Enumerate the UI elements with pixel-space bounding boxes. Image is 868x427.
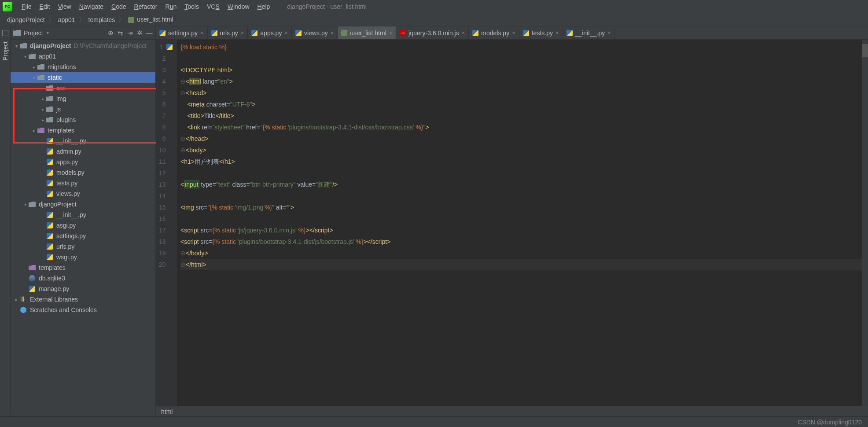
expand-icon[interactable]: ⇆ xyxy=(117,29,124,37)
tree-migrations[interactable]: ▸migrations xyxy=(11,62,155,72)
menu-vcs[interactable]: VCS xyxy=(203,1,224,12)
editor-tab[interactable]: __init__.py× xyxy=(563,26,615,39)
tree-templates-inner[interactable]: ▸templates xyxy=(11,125,155,136)
breadcrumb-separator: 〉 xyxy=(48,16,55,24)
menu-tools[interactable]: Tools xyxy=(180,1,203,12)
close-icon[interactable]: × xyxy=(607,29,611,36)
menu-run[interactable]: Run xyxy=(162,1,181,12)
tree-file[interactable]: ▸apps.py xyxy=(11,157,155,167)
window-title: djangoProject - user_list.html xyxy=(287,3,367,10)
close-icon[interactable]: × xyxy=(389,29,393,36)
editor-tab[interactable]: jquery-3.6.0.min.js× xyxy=(396,26,469,39)
code[interactable]: {% load static %} <!DOCTYPE html>⊖<html … xyxy=(177,40,862,406)
tree-img[interactable]: ▸img xyxy=(11,93,155,104)
close-icon[interactable]: × xyxy=(462,29,465,36)
project-tool-icon[interactable] xyxy=(2,30,8,36)
tree-app01[interactable]: ▾app01 xyxy=(11,51,155,62)
status-bar: CSDN @dumpling0120 xyxy=(0,416,868,427)
close-icon[interactable]: × xyxy=(512,29,515,36)
tree-scratches[interactable]: ▸Scratches and Consoles xyxy=(11,305,155,315)
close-icon[interactable]: × xyxy=(241,29,244,36)
dropdown-icon[interactable]: ▼ xyxy=(46,30,50,35)
close-icon[interactable]: × xyxy=(331,29,334,36)
editor-tab[interactable]: apps.py× xyxy=(248,26,292,39)
project-tool-button[interactable]: Project xyxy=(2,39,9,63)
editor-body[interactable]: 1 2 3 4 5 6 7 8 9 10 11 12 13 14 15 16 1… xyxy=(156,40,868,406)
editor-tab[interactable]: tests.py× xyxy=(519,26,563,39)
file-icon xyxy=(211,30,217,36)
file-icon xyxy=(159,30,166,36)
project-tree[interactable]: ▾ djangoProjectD:\PyCharm\djangoProject … xyxy=(11,40,155,416)
tab-label: apps.py xyxy=(260,29,282,37)
tab-label: tests.py xyxy=(532,29,553,37)
close-icon[interactable]: × xyxy=(555,29,559,36)
close-icon[interactable]: × xyxy=(200,29,204,36)
tree-root[interactable]: ▾ djangoProjectD:\PyCharm\djangoProject xyxy=(11,40,155,51)
panel-title[interactable]: Project xyxy=(24,29,43,37)
settings-icon[interactable]: ✲ xyxy=(136,29,143,37)
editor-area: settings.py×urls.py×apps.py×views.py×use… xyxy=(156,26,868,416)
tree-ext-lib[interactable]: ▸External Libraries xyxy=(11,294,155,305)
tree-file[interactable]: ▸urls.py xyxy=(11,241,155,252)
workspace: Project Project ▼ ⊕ ⇆ ⇥ ✲ — ▾ djangoProj… xyxy=(0,26,868,416)
menu-navigate[interactable]: Navigate xyxy=(75,1,107,12)
tree-file[interactable]: ▸settings.py xyxy=(11,231,155,241)
tab-label: __init__.py xyxy=(575,29,605,37)
tree-proj-pkg[interactable]: ▾djangoProject xyxy=(11,199,155,210)
file-icon xyxy=(472,30,478,36)
python-icon xyxy=(166,44,173,50)
locate-icon[interactable]: ⊕ xyxy=(107,29,114,37)
hide-icon[interactable]: — xyxy=(146,29,153,37)
tree-file[interactable]: ▸admin.py xyxy=(11,146,155,157)
breadcrumb-separator: 〉 xyxy=(118,16,125,24)
project-panel-header: Project ▼ ⊕ ⇆ ⇥ ✲ — xyxy=(11,26,155,40)
editor-tab[interactable]: settings.py× xyxy=(156,26,208,39)
tree-file[interactable]: ▸tests.py xyxy=(11,178,155,188)
editor-tab[interactable]: views.py× xyxy=(292,26,338,39)
editor-tab[interactable]: models.py× xyxy=(469,26,519,39)
menu-code[interactable]: Code xyxy=(107,1,130,12)
tab-label: views.py xyxy=(304,29,328,37)
editor-tab[interactable]: user_list.html× xyxy=(338,26,396,39)
tab-label: models.py xyxy=(481,29,509,37)
menu-bar: File Edit View Navigate Code Refactor Ru… xyxy=(0,0,868,13)
tree-file[interactable]: ▸views.py xyxy=(11,188,155,199)
file-icon xyxy=(341,30,347,36)
tree-js[interactable]: ▸js xyxy=(11,104,155,114)
collapse-icon[interactable]: ⇥ xyxy=(126,29,133,37)
editor-breadcrumb[interactable]: html xyxy=(156,406,868,416)
menu-refactor[interactable]: Refactor xyxy=(130,1,162,12)
breadcrumb-file[interactable]: user_list.html xyxy=(127,16,174,24)
menu-help[interactable]: Help xyxy=(254,1,274,12)
tree-file[interactable]: ▸asgi.py xyxy=(11,220,155,231)
menu-edit[interactable]: Edit xyxy=(36,1,54,12)
scrollbar-thumb[interactable] xyxy=(862,44,868,57)
tree-file[interactable]: ▸models.py xyxy=(11,167,155,178)
folder-icon xyxy=(13,30,21,36)
breadcrumb-templates[interactable]: templates xyxy=(88,16,116,23)
tree-db[interactable]: ▸db.sqlite3 xyxy=(11,273,155,283)
tab-label: settings.py xyxy=(168,29,198,37)
watermark: CSDN @dumpling0120 xyxy=(798,419,862,426)
tree-file[interactable]: ▸wsgi.py xyxy=(11,252,155,262)
file-icon xyxy=(295,30,302,36)
tree-css[interactable]: ▸css xyxy=(11,83,155,93)
close-icon[interactable]: × xyxy=(284,29,288,36)
menu-view[interactable]: View xyxy=(54,1,75,12)
breadcrumb-project[interactable]: djangoProject xyxy=(6,16,46,23)
breadcrumb-app[interactable]: app01 xyxy=(57,16,76,23)
menu-file[interactable]: File xyxy=(18,1,36,12)
tree-manage[interactable]: ▸manage.py xyxy=(11,283,155,294)
project-panel: Project ▼ ⊕ ⇆ ⇥ ✲ — ▾ djangoProjectD:\Py… xyxy=(11,26,156,416)
menu-window[interactable]: Window xyxy=(224,1,254,12)
tree-plugins[interactable]: ▸plugins xyxy=(11,114,155,125)
tree-file[interactable]: ▸__init__.py xyxy=(11,136,155,146)
tree-file[interactable]: ▸__init__.py xyxy=(11,210,155,220)
file-icon xyxy=(566,30,573,36)
scrollbar[interactable] xyxy=(862,40,868,406)
navigation-bar: djangoProject 〉 app01 〉 templates 〉 user… xyxy=(0,13,868,26)
tree-static[interactable]: ▾static xyxy=(11,72,155,83)
tab-label: urls.py xyxy=(220,29,238,37)
tree-templates-top[interactable]: ▸templates xyxy=(11,262,155,273)
editor-tab[interactable]: urls.py× xyxy=(208,26,248,39)
